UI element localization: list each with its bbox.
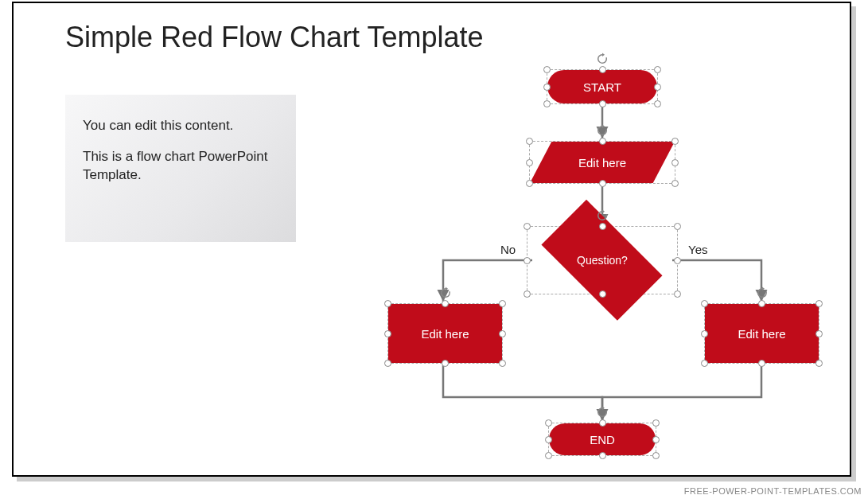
resize-handle[interactable] — [499, 330, 506, 337]
resize-handle[interactable] — [599, 223, 606, 230]
resize-handle[interactable] — [599, 180, 606, 187]
rotate-handle-icon[interactable] — [439, 287, 452, 299]
resize-handle[interactable] — [701, 300, 708, 307]
resize-handle[interactable] — [543, 100, 551, 107]
textbox-line-2: This is a flow chart PowerPoint Template… — [83, 148, 278, 185]
resize-handle[interactable] — [599, 138, 606, 145]
end-node[interactable]: END — [548, 423, 656, 456]
watermark: FREE-POWER-POINT-TEMPLATES.COM — [684, 486, 862, 496]
resize-handle[interactable] — [442, 360, 449, 367]
end-label: END — [590, 433, 615, 446]
resize-handle[interactable] — [543, 84, 551, 91]
resize-handle[interactable] — [384, 360, 391, 367]
resize-handle[interactable] — [524, 223, 531, 230]
resize-handle[interactable] — [758, 300, 765, 307]
resize-handle[interactable] — [815, 360, 823, 367]
rotate-handle-icon[interactable] — [756, 287, 769, 299]
decision-label: Question? — [577, 254, 628, 267]
resize-handle[interactable] — [701, 330, 708, 337]
textbox-line-1: You can edit this content. — [83, 117, 278, 135]
description-textbox[interactable]: You can edit this content. This is a flo… — [65, 95, 296, 242]
resize-handle[interactable] — [674, 223, 681, 230]
resize-handle[interactable] — [671, 180, 679, 187]
resize-handle[interactable] — [652, 452, 660, 459]
right-process-node[interactable]: Edit here — [704, 303, 819, 364]
resize-handle[interactable] — [545, 452, 552, 459]
resize-handle[interactable] — [654, 66, 661, 73]
resize-handle[interactable] — [599, 419, 606, 427]
resize-handle[interactable] — [674, 257, 681, 264]
resize-handle[interactable] — [671, 159, 679, 166]
no-branch-label: No — [500, 243, 516, 256]
resize-handle[interactable] — [654, 84, 661, 91]
resize-handle[interactable] — [524, 257, 531, 264]
resize-handle[interactable] — [526, 180, 533, 187]
yes-branch-label: Yes — [688, 243, 707, 256]
rotate-handle-icon[interactable] — [596, 53, 609, 65]
flowchart-area: START Edit here Question? — [356, 47, 841, 469]
resize-handle[interactable] — [524, 290, 531, 298]
resize-handle[interactable] — [652, 419, 660, 427]
resize-handle[interactable] — [599, 290, 606, 298]
resize-handle[interactable] — [499, 360, 506, 367]
resize-handle[interactable] — [599, 100, 606, 107]
input-label: Edit here — [578, 156, 626, 170]
input-node[interactable]: Edit here — [529, 141, 675, 184]
resize-handle[interactable] — [654, 100, 661, 107]
start-label: START — [583, 80, 621, 94]
resize-handle[interactable] — [526, 159, 533, 166]
resize-handle[interactable] — [815, 300, 823, 307]
resize-handle[interactable] — [701, 360, 708, 367]
resize-handle[interactable] — [545, 436, 552, 443]
left-process-node[interactable]: Edit here — [387, 303, 503, 364]
resize-handle[interactable] — [543, 66, 551, 73]
decision-node[interactable]: Question? — [527, 226, 678, 294]
rotate-handle-icon[interactable] — [596, 406, 609, 419]
resize-handle[interactable] — [671, 138, 679, 145]
resize-handle[interactable] — [384, 330, 391, 337]
resize-handle[interactable] — [442, 300, 449, 307]
slide-canvas[interactable]: Simple Red Flow Chart Template You can e… — [12, 2, 851, 477]
right-process-label: Edit here — [738, 327, 785, 341]
rotate-handle-icon[interactable] — [596, 209, 609, 222]
resize-handle[interactable] — [599, 66, 606, 73]
resize-handle[interactable] — [384, 300, 391, 307]
resize-handle[interactable] — [758, 360, 765, 367]
resize-handle[interactable] — [545, 419, 552, 427]
resize-handle[interactable] — [526, 138, 533, 145]
left-process-label: Edit here — [421, 327, 469, 341]
start-node[interactable]: START — [547, 69, 658, 104]
resize-handle[interactable] — [652, 436, 660, 443]
resize-handle[interactable] — [674, 290, 681, 298]
resize-handle[interactable] — [499, 300, 506, 307]
resize-handle[interactable] — [599, 452, 606, 459]
resize-handle[interactable] — [815, 330, 823, 337]
rotate-handle-icon[interactable] — [596, 124, 609, 137]
